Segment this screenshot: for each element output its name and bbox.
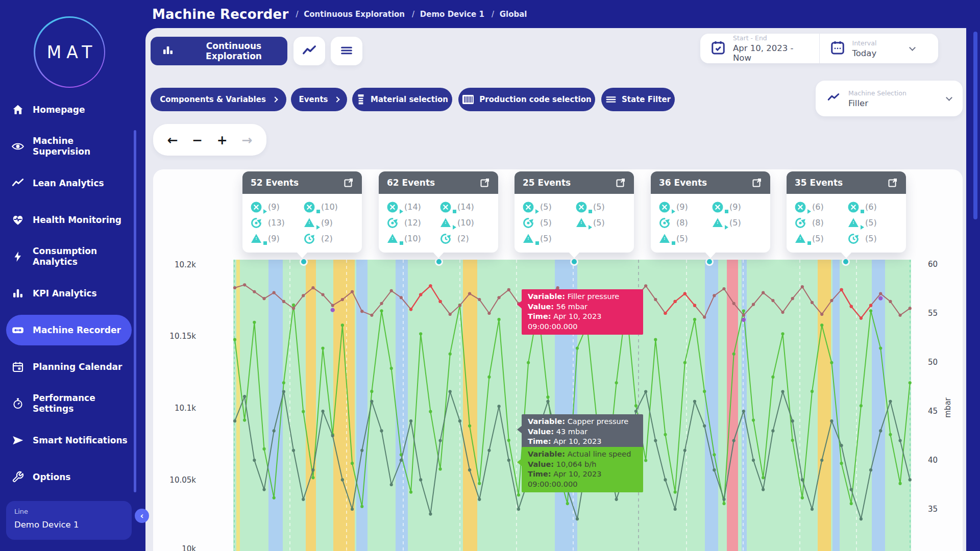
- date-range-card: Start - End Apr 10, 2023 - Now Interval …: [700, 34, 938, 63]
- event-card-header: 52 Events: [242, 171, 362, 194]
- event-count: (5): [540, 202, 552, 212]
- event-count-row: (14): [439, 200, 492, 214]
- cancel-square-icon: [575, 201, 593, 214]
- event-count-row: (5): [711, 216, 764, 230]
- pan-back-button[interactable]: ←: [167, 134, 178, 146]
- event-marker-dot[interactable]: [301, 259, 307, 265]
- filter-components-variables[interactable]: Components & Variables: [151, 88, 286, 111]
- interval-select[interactable]: Interval Today: [820, 39, 939, 58]
- event-card-title: 36 Events: [659, 178, 707, 188]
- sidebar-item-label: Smart Notifications: [33, 435, 130, 446]
- event-count-row: (5): [847, 232, 900, 245]
- restore-icon: [386, 216, 404, 230]
- event-count: (5): [865, 234, 877, 243]
- warning-square-icon: [522, 232, 540, 245]
- event-marker-dot[interactable]: [571, 259, 578, 265]
- list-view-button[interactable]: [331, 37, 362, 65]
- chevron-right-icon: [334, 96, 340, 102]
- event-count: (8): [676, 218, 688, 228]
- open-external-icon[interactable]: [888, 178, 898, 188]
- left-axis-tick: 10.1k: [164, 404, 196, 413]
- bars-icon: [11, 287, 24, 300]
- filter-state-filter[interactable]: State Filter: [601, 88, 675, 111]
- page-scrollbar[interactable]: [973, 32, 977, 219]
- date-range-picker[interactable]: Start - End Apr 10, 2023 - Now: [700, 34, 819, 63]
- event-marker-dot[interactable]: [436, 259, 443, 265]
- card-tail: [433, 252, 444, 258]
- calendar-check-icon: [710, 40, 726, 57]
- heart-icon: [11, 213, 24, 227]
- sidebar-scrollbar[interactable]: [134, 130, 136, 492]
- event-count-row: (5): [522, 232, 575, 245]
- open-external-icon[interactable]: [480, 178, 490, 188]
- cancel-play-icon: [386, 201, 404, 214]
- sidebar-item-health-monitoring[interactable]: Health Monitoring: [0, 202, 134, 238]
- event-card-header: 62 Events: [379, 171, 498, 194]
- wrench-icon: [11, 470, 24, 484]
- open-external-icon[interactable]: [616, 178, 626, 188]
- zoom-out-button[interactable]: −: [192, 134, 203, 146]
- breadcrumb-item[interactable]: Demo Device 1: [412, 10, 484, 19]
- sidebar-item-homepage[interactable]: Homepage: [0, 91, 134, 128]
- zoom-in-button[interactable]: +: [217, 134, 228, 146]
- barcode-icon: [462, 94, 474, 105]
- chart-tooltip-actual-line-speed: Variable: Actual line speedValue: 10,064…: [522, 447, 643, 492]
- machine-selection-dropdown[interactable]: Machine Selection Filler: [816, 81, 963, 116]
- event-count-row: (5): [794, 232, 847, 245]
- event-count-row: (2): [439, 232, 492, 245]
- event-marker-dot[interactable]: [843, 259, 849, 265]
- sidebar-item-planning-calendar[interactable]: Planning Calendar: [0, 348, 134, 385]
- sidebar-collapse-button[interactable]: ‹: [135, 509, 149, 523]
- event-summary-card: 52 Events(9)(13)(9)(10)(9)(2): [242, 171, 362, 253]
- cancel-play-icon: [794, 201, 812, 214]
- gauge-icon: [11, 397, 24, 410]
- sidebar-item-kpi-analytics[interactable]: KPI Analytics: [0, 275, 134, 312]
- send-icon: [11, 434, 24, 447]
- chevron-down-icon: [946, 94, 952, 101]
- filter-events[interactable]: Events: [291, 88, 347, 111]
- breadcrumb-item[interactable]: Global: [492, 10, 527, 19]
- date-range-value: Apr 10, 2023 - Now: [733, 43, 809, 63]
- event-summary-card: 62 Events(14)(12)(10)(14)(10)(2): [379, 171, 498, 253]
- sidebar-item-performance-settings[interactable]: Performance Settings: [0, 385, 134, 422]
- device-card[interactable]: Line Demo Device 1: [6, 501, 132, 540]
- sidebar-item-lean-analytics[interactable]: Lean Analytics: [0, 165, 134, 202]
- event-count-row: (5): [847, 216, 900, 230]
- left-axis-tick: 10.15k: [164, 332, 196, 341]
- calendar-icon: [11, 360, 24, 373]
- app-logo[interactable]: MAT: [34, 16, 105, 88]
- breadcrumb-item[interactable]: Continuous Exploration: [296, 10, 405, 19]
- event-count: (9): [268, 234, 280, 243]
- breadcrumb: Continuous ExplorationDemo Device 1Globa…: [288, 10, 527, 19]
- sidebar-item-machine-supervision[interactable]: Machine Supervision: [0, 128, 134, 165]
- cancel-play-icon: [522, 201, 540, 214]
- event-marker-dot[interactable]: [706, 259, 713, 265]
- pan-zoom-controls: ← − + →: [153, 124, 266, 156]
- continuous-exploration-button[interactable]: Continuous Exploration: [151, 37, 287, 65]
- filter-material-selection[interactable]: Material selection: [352, 88, 452, 111]
- device-card-label: Line: [14, 508, 124, 515]
- left-axis-tick: 10k: [164, 544, 196, 551]
- open-external-icon[interactable]: [752, 178, 762, 188]
- open-external-icon[interactable]: [344, 178, 354, 188]
- sidebar-item-consumption-analytics[interactable]: Consumption Analytics: [0, 238, 134, 275]
- sidebar-item-options[interactable]: Options: [0, 459, 134, 495]
- bar-chart-icon: [162, 44, 174, 58]
- pan-forward-button[interactable]: →: [241, 134, 252, 146]
- event-card-title: 62 Events: [387, 178, 435, 188]
- event-count-row: (9): [711, 200, 764, 214]
- event-count-row: (9): [250, 232, 303, 245]
- header: Machine Recorder Continuous ExplorationD…: [145, 0, 980, 28]
- restore-icon: [794, 216, 812, 230]
- event-count: (9): [676, 202, 688, 212]
- event-count-row: (9): [303, 216, 356, 230]
- cancel-play-icon: [658, 201, 676, 214]
- right-axis-tick: 55: [928, 309, 953, 318]
- line-chart-view-button[interactable]: [293, 37, 325, 65]
- filter-production-code-selection[interactable]: Production code selection: [458, 88, 595, 111]
- sidebar-item-machine-recorder[interactable]: Machine Recorder: [0, 312, 134, 348]
- date-range-label: Start - End: [733, 34, 809, 42]
- sidebar-item-smart-notifications[interactable]: Smart Notifications: [0, 422, 134, 459]
- restore-icon: [522, 216, 540, 230]
- logo-text: MAT: [42, 42, 97, 62]
